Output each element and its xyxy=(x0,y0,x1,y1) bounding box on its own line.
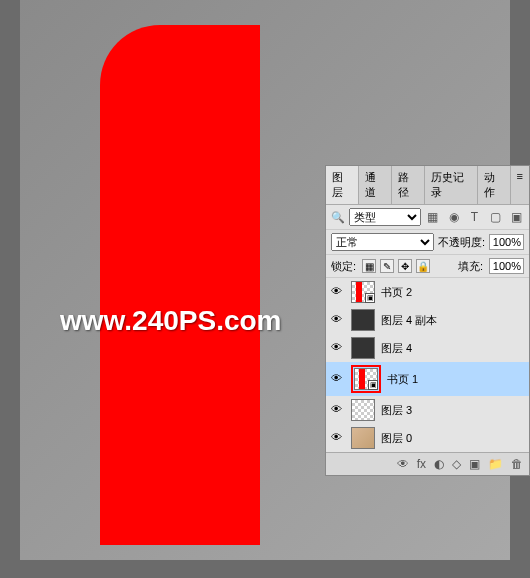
link-icon[interactable]: 👁 xyxy=(397,457,409,471)
layer-thumbnail[interactable] xyxy=(351,309,375,331)
layer-name-label[interactable]: 图层 4 xyxy=(381,341,412,356)
mask-icon[interactable]: ◐ xyxy=(434,457,444,471)
layer-row[interactable]: ▣ 书页 2 xyxy=(326,278,529,306)
layer-row[interactable]: ▣ 书页 1 xyxy=(326,362,529,396)
watermark-text: www.240PS.com xyxy=(60,305,282,337)
lock-icons: ▦ ✎ ✥ 🔒 xyxy=(362,259,430,273)
selection-highlight: ▣ xyxy=(351,365,381,393)
layer-row[interactable]: 图层 0 xyxy=(326,424,529,452)
tab-paths[interactable]: 路径 xyxy=(392,166,425,204)
layer-name-label[interactable]: 图层 0 xyxy=(381,431,412,446)
layer-thumbnail[interactable] xyxy=(351,337,375,359)
panel-bottom-bar: 👁 fx ◐ ◇ ▣ 📁 🗑 xyxy=(326,452,529,475)
lock-all-icon[interactable]: 🔒 xyxy=(416,259,430,273)
filter-smart-icon[interactable]: ▣ xyxy=(509,210,524,225)
lock-position-icon[interactable]: ✥ xyxy=(398,259,412,273)
lock-row: 锁定: ▦ ✎ ✥ 🔒 填充: xyxy=(326,255,529,278)
layer-thumbnail[interactable] xyxy=(351,427,375,449)
tab-history[interactable]: 历史记录 xyxy=(425,166,478,204)
lock-brush-icon[interactable]: ✎ xyxy=(380,259,394,273)
filter-adjust-icon[interactable]: ◉ xyxy=(446,210,461,225)
layer-row[interactable]: 图层 4 xyxy=(326,334,529,362)
fx-icon[interactable]: fx xyxy=(417,457,426,471)
visibility-icon[interactable] xyxy=(331,285,345,299)
lock-label: 锁定: xyxy=(331,259,356,274)
opacity-label: 不透明度: xyxy=(438,235,485,250)
layer-row[interactable]: 图层 3 xyxy=(326,396,529,424)
layer-list: ▣ 书页 2 图层 4 副本 图层 4 ▣ 书页 1 图层 3 xyxy=(326,278,529,452)
layer-row[interactable]: 图层 4 副本 xyxy=(326,306,529,334)
visibility-icon[interactable] xyxy=(331,372,345,386)
filter-icons: ▦ ◉ T ▢ ▣ xyxy=(425,210,524,225)
panel-menu-icon[interactable]: ≡ xyxy=(511,166,529,204)
layers-panel: 图层 通道 路径 历史记录 动作 ≡ 🔍 类型 ▦ ◉ T ▢ ▣ 正常 不透明… xyxy=(325,165,530,476)
filter-shape-icon[interactable]: ▢ xyxy=(488,210,503,225)
panel-tabs: 图层 通道 路径 历史记录 动作 ≡ xyxy=(326,166,529,205)
tab-actions[interactable]: 动作 xyxy=(478,166,511,204)
layer-name-label[interactable]: 图层 4 副本 xyxy=(381,313,437,328)
filter-text-icon[interactable]: T xyxy=(467,210,482,225)
blend-row: 正常 不透明度: xyxy=(326,230,529,255)
layer-name-label[interactable]: 书页 2 xyxy=(381,285,412,300)
layer-thumbnail[interactable]: ▣ xyxy=(354,368,378,390)
visibility-icon[interactable] xyxy=(331,403,345,417)
layer-name-label[interactable]: 图层 3 xyxy=(381,403,412,418)
tab-layers[interactable]: 图层 xyxy=(326,166,359,204)
visibility-icon[interactable] xyxy=(331,313,345,327)
tab-channels[interactable]: 通道 xyxy=(359,166,392,204)
filter-pixel-icon[interactable]: ▦ xyxy=(425,210,440,225)
visibility-icon[interactable] xyxy=(331,431,345,445)
visibility-icon[interactable] xyxy=(331,341,345,355)
blend-mode-select[interactable]: 正常 xyxy=(331,233,434,251)
fill-label: 填充: xyxy=(458,259,483,274)
layer-name-label[interactable]: 书页 1 xyxy=(387,372,418,387)
group-icon[interactable]: ▣ xyxy=(469,457,480,471)
opacity-input[interactable] xyxy=(489,234,524,250)
type-filter-select[interactable]: 类型 xyxy=(349,208,421,226)
lock-transparency-icon[interactable]: ▦ xyxy=(362,259,376,273)
filter-row: 🔍 类型 ▦ ◉ T ▢ ▣ xyxy=(326,205,529,230)
fill-input[interactable] xyxy=(489,258,524,274)
layer-thumbnail[interactable] xyxy=(351,399,375,421)
adjustment-icon[interactable]: ◇ xyxy=(452,457,461,471)
trash-icon[interactable]: 🗑 xyxy=(511,457,523,471)
new-layer-icon[interactable]: 📁 xyxy=(488,457,503,471)
layer-thumbnail[interactable]: ▣ xyxy=(351,281,375,303)
red-mask-overlay xyxy=(100,25,260,545)
search-icon: 🔍 xyxy=(331,211,345,224)
